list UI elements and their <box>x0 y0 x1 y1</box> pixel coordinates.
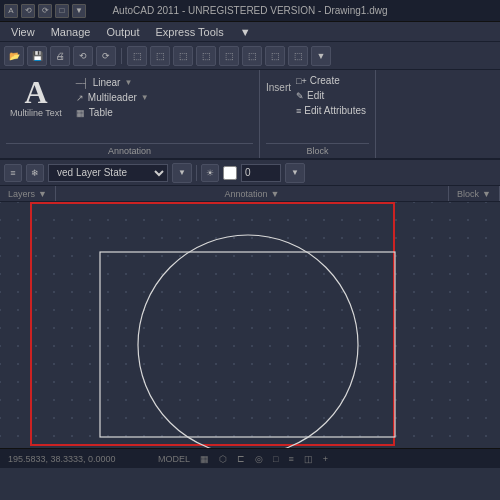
multiline-text-button[interactable]: A Multiline Text <box>6 74 66 120</box>
toolbar: 📂 💾 🖨 ⟲ ⟳ ⬚ ⬚ ⬚ ⬚ ⬚ ⬚ ⬚ ⬚ ▼ <box>0 42 500 70</box>
tb-b2[interactable]: ⬚ <box>150 46 170 66</box>
title-bar-controls[interactable]: A ⟲ ⟳ □ ▼ <box>4 4 86 18</box>
insert-section: Insert □+ Create ✎ Edit ≡ Edit Attribute… <box>260 70 376 158</box>
ortho-btn[interactable]: ⊏ <box>237 454 245 464</box>
edit-attr-icon: ≡ <box>296 106 301 116</box>
tb-b7[interactable]: ⬚ <box>265 46 285 66</box>
layers-label-text: Layers <box>8 189 35 199</box>
annotation-section-label: Annotation <box>6 143 253 156</box>
tb-b6[interactable]: ⬚ <box>242 46 262 66</box>
app-icon: A <box>4 4 18 18</box>
menu-manage[interactable]: Manage <box>44 24 98 40</box>
menu-bar: View Manage Output Express Tools ▼ <box>0 22 500 42</box>
tb-b3[interactable]: ⬚ <box>173 46 193 66</box>
drawing-canvas[interactable] <box>0 202 500 448</box>
tb-open[interactable]: 📂 <box>4 46 24 66</box>
transparency-btn[interactable]: ◫ <box>304 454 313 464</box>
edit-icon: ✎ <box>296 91 304 101</box>
block-arrow-icon: ▼ <box>482 189 491 199</box>
polar-btn[interactable]: ◎ <box>255 454 263 464</box>
tb-save[interactable]: 💾 <box>27 46 47 66</box>
annotation-tools: ─┤ Linear ▼ ↗ Multileader ▼ ▦ Table <box>74 74 151 119</box>
create-block-button[interactable]: □+ Create <box>293 74 369 87</box>
quick-access-btn[interactable]: ⟲ <box>21 4 35 18</box>
tb-print[interactable]: 🖨 <box>50 46 70 66</box>
block-section-label[interactable]: Block ▼ <box>449 186 500 201</box>
linear-label: Linear <box>93 77 121 88</box>
insert-buttons: □+ Create ✎ Edit ≡ Edit Attributes <box>293 74 369 117</box>
layer-separator <box>196 165 197 181</box>
tb-undo[interactable]: ⟲ <box>73 46 93 66</box>
multileader-icon: ↗ <box>76 93 84 103</box>
quick-access-btn3[interactable]: □ <box>55 4 69 18</box>
rectangle-shape <box>100 252 395 437</box>
canvas-area[interactable] <box>0 202 500 448</box>
circle-shape <box>138 235 358 448</box>
linear-button[interactable]: ─┤ Linear ▼ <box>74 76 151 89</box>
snap-btn[interactable]: ⬡ <box>219 454 227 464</box>
edit-attributes-button[interactable]: ≡ Edit Attributes <box>293 104 369 117</box>
quick-access-btn2[interactable]: ⟳ <box>38 4 52 18</box>
menu-output[interactable]: Output <box>99 24 146 40</box>
linear-dropdown-arrow[interactable]: ▼ <box>124 78 132 87</box>
settings-btn[interactable]: + <box>323 454 328 464</box>
table-icon: ▦ <box>76 108 85 118</box>
edit-attr-label: Edit Attributes <box>304 105 366 116</box>
tb-b8[interactable]: ⬚ <box>288 46 308 66</box>
multiline-text-label: Multiline Text <box>10 108 62 118</box>
status-bar: 195.5833, 38.3333, 0.0000 MODEL ▦ ⬡ ⊏ ◎ … <box>0 448 500 468</box>
insert-label: Insert <box>266 74 291 93</box>
multileader-button[interactable]: ↗ Multileader ▼ <box>74 91 151 104</box>
title-bar: A ⟲ ⟳ □ ▼ AutoCAD 2011 - UNREGISTERED VE… <box>0 0 500 22</box>
tb-b4[interactable]: ⬚ <box>196 46 216 66</box>
title-text: AutoCAD 2011 - UNREGISTERED VERSION - Dr… <box>112 5 387 16</box>
menu-more[interactable]: ▼ <box>233 24 258 40</box>
tb-b1[interactable]: ⬚ <box>127 46 147 66</box>
menu-express-tools[interactable]: Express Tools <box>148 24 230 40</box>
ribbon: A Multiline Text ─┤ Linear ▼ ↗ Multilead… <box>0 70 500 160</box>
color-dropdown[interactable]: ▼ <box>285 163 305 183</box>
annotation-arrow-icon: ▼ <box>271 189 280 199</box>
create-label: Create <box>310 75 340 86</box>
edit-label: Edit <box>307 90 324 101</box>
coordinates-display: 195.5833, 38.3333, 0.0000 <box>8 454 148 464</box>
multileader-dropdown-arrow[interactable]: ▼ <box>141 93 149 102</box>
menu-view[interactable]: View <box>4 24 42 40</box>
table-label: Table <box>89 107 113 118</box>
insert-content: Insert □+ Create ✎ Edit ≡ Edit Attribute… <box>266 74 369 143</box>
layers-section-label[interactable]: Layers ▼ <box>0 186 56 201</box>
layer-color-btn[interactable] <box>223 166 237 180</box>
table-button[interactable]: ▦ Table <box>74 106 151 119</box>
layer-sun-btn[interactable]: ☀ <box>201 164 219 182</box>
block-label-text: Block <box>457 189 479 199</box>
annotation-section-label-bar[interactable]: Annotation ▼ <box>56 186 449 201</box>
toolbar-separator <box>121 48 122 64</box>
linear-icon: ─┤ <box>76 78 89 88</box>
big-a-icon: A <box>24 76 47 108</box>
color-input[interactable] <box>241 164 281 182</box>
layer-panel: ≡ ❄ ved Layer State ▼ ☀ ▼ <box>0 160 500 186</box>
osnap-btn[interactable]: □ <box>273 454 278 464</box>
layer-state-select[interactable]: ved Layer State <box>48 164 168 182</box>
layer-dropdown[interactable]: ▼ <box>172 163 192 183</box>
annotation-label-text: Annotation <box>225 189 268 199</box>
grid-btn[interactable]: ▦ <box>200 454 209 464</box>
tb-b5[interactable]: ⬚ <box>219 46 239 66</box>
model-space-btn[interactable]: MODEL <box>158 454 190 464</box>
lineweight-btn[interactable]: ≡ <box>288 454 293 464</box>
quick-access-btn4[interactable]: ▼ <box>72 4 86 18</box>
layer-manager-btn[interactable]: ≡ <box>4 164 22 182</box>
create-icon: □+ <box>296 76 307 86</box>
annotation-section: A Multiline Text ─┤ Linear ▼ ↗ Multilead… <box>0 70 260 158</box>
edit-block-button[interactable]: ✎ Edit <box>293 89 369 102</box>
layer-freeze-btn[interactable]: ❄ <box>26 164 44 182</box>
layers-arrow-icon: ▼ <box>38 189 47 199</box>
section-labels-bar: Layers ▼ Annotation ▼ Block ▼ <box>0 186 500 202</box>
tb-redo[interactable]: ⟳ <box>96 46 116 66</box>
tb-dropdown[interactable]: ▼ <box>311 46 331 66</box>
multileader-label: Multileader <box>88 92 137 103</box>
insert-section-label: Block <box>266 143 369 156</box>
annotation-content: A Multiline Text ─┤ Linear ▼ ↗ Multilead… <box>6 74 253 143</box>
